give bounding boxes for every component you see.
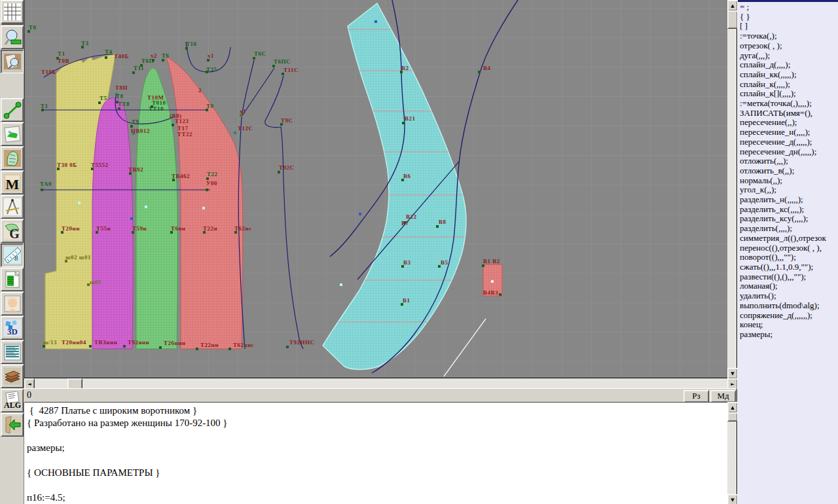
command-item[interactable]: сплайн_к[](,,,,); — [740, 89, 838, 99]
spec-table-tool[interactable] — [1, 268, 24, 291]
pattern-piece-tool[interactable] — [1, 147, 24, 170]
point-marker — [401, 303, 403, 306]
command-item[interactable]: сплайн_кк(,,,,,); — [740, 70, 838, 80]
command-item[interactable]: разделить(,,,,); — [740, 224, 838, 234]
rz-button[interactable]: Рз — [683, 390, 709, 403]
canvas-label: Т22н — [203, 226, 217, 232]
alg-editor-tool[interactable]: ALG — [1, 389, 24, 412]
point-marker — [123, 345, 126, 348]
command-item[interactable]: ломаная(); — [740, 281, 838, 291]
library-tool[interactable] — [1, 365, 24, 388]
command-item[interactable]: отложить(,,,); — [740, 156, 838, 166]
canvas-label: Т22 — [207, 171, 218, 177]
command-item[interactable]: удалить(); — [740, 291, 838, 301]
command-item[interactable]: сжать((),,,1.1,0.9,""); — [740, 262, 838, 272]
canvas-label: Т6П — [141, 58, 154, 64]
command-list: = ;{ }[ ]:=точка(,);отрезок( , );дуга(,,… — [740, 3, 838, 340]
canvas-label: ш02 ш01 — [65, 255, 91, 261]
command-item[interactable]: отложить_в(,,); — [740, 166, 838, 176]
portrait-tool[interactable] — [1, 292, 24, 315]
command-item[interactable]: пересечение_д(,,,,,); — [740, 137, 838, 147]
command-item[interactable]: поворот((),,,""); — [740, 253, 838, 262]
command-item[interactable]: разделить_кс(,,,,); — [740, 205, 838, 215]
command-item[interactable]: дуга(,,,); — [740, 51, 838, 61]
command-item[interactable]: сплайн_к(,,,,); — [740, 80, 838, 90]
drafting-tool[interactable] — [1, 195, 24, 219]
canvas-label: Т35 — [206, 67, 217, 73]
point-marker — [159, 346, 162, 349]
compass-icon — [3, 198, 22, 216]
point-marker — [240, 114, 242, 117]
canvas-label: В1 В2 — [483, 259, 500, 264]
command-item[interactable]: выполнить(dmod\alg); — [740, 301, 838, 311]
canvas-label: х1 — [240, 109, 246, 115]
command-item[interactable]: :=метка(точка(,),,,,); — [740, 99, 838, 109]
m-tool[interactable]: M — [1, 171, 24, 194]
exit-tool[interactable] — [1, 413, 24, 437]
zoom-frame-tool[interactable] — [1, 26, 24, 49]
command-item[interactable]: развести((),(),,,""); — [740, 272, 838, 282]
command-item[interactable]: разделить_н(,,,,,); — [740, 195, 838, 205]
svg-text:M: M — [5, 176, 19, 192]
scroll-up-button[interactable]: ▲ — [727, 0, 738, 11]
command-item[interactable]: пересечение_дн(,,,,,); — [740, 147, 838, 157]
scroll-down-button[interactable]: ▼ — [727, 368, 738, 379]
command-item[interactable]: пересечение_н(,,,,); — [740, 128, 838, 137]
md-button[interactable]: Мд — [710, 390, 736, 403]
point-marker — [359, 213, 361, 215]
canvas-label: Т0 — [206, 103, 214, 109]
command-item[interactable]: = ; — [740, 3, 838, 12]
canvas-vscrollbar[interactable]: ▲ ▼ — [727, 0, 737, 378]
point-marker — [340, 283, 342, 286]
command-item[interactable]: отрезок( , ); — [740, 41, 838, 51]
canvas-label: Т1 — [58, 51, 65, 57]
command-item[interactable]: сплайн_д(,,,,); — [740, 60, 838, 70]
command-item[interactable]: угол_к(,,); — [740, 185, 838, 195]
canvas-label: Т5 — [100, 96, 107, 101]
m-letter-icon: M — [3, 173, 22, 192]
command-item[interactable]: конец; — [740, 320, 838, 330]
canvas-label: Т16 — [186, 41, 197, 47]
point-marker — [43, 345, 45, 348]
command-item[interactable]: :=точка(,); — [740, 31, 838, 41]
command-item[interactable]: разделить_ксу(,,,,); — [740, 214, 838, 224]
g-tool[interactable]: G — [1, 219, 24, 243]
command-item[interactable]: нормаль(,,); — [740, 176, 838, 186]
command-item[interactable]: сопряжение_д(,,,,,,); — [740, 311, 838, 321]
vscroll-thumb[interactable] — [727, 10, 738, 29]
image-tool[interactable] — [1, 122, 24, 146]
view-sketch-tool[interactable] — [1, 50, 24, 73]
grid-icon — [3, 3, 22, 21]
editor-scroll-up-button[interactable]: ▲ — [727, 402, 738, 413]
canvas-label: У00 — [206, 181, 217, 187]
command-item[interactable]: симметрия_л((),отрезок — [740, 234, 838, 243]
editor-vscroll-thumb[interactable] — [727, 412, 738, 422]
canvas-hscrollbar[interactable]: ◄ ► — [24, 378, 737, 388]
size-list-tool[interactable] — [1, 340, 24, 364]
canvas-label: Т8Н — [115, 85, 128, 91]
editor-vscrollbar[interactable]: ▲ ▼ — [727, 402, 737, 504]
command-item[interactable]: размеры; — [740, 330, 838, 340]
command-item[interactable]: перенос((),отрезок( , ), — [740, 243, 838, 253]
svg-text:G: G — [9, 226, 20, 240]
editor-line: { Разработано на размер женщины 170-92-1… — [27, 417, 727, 429]
canvas-label: Т92ННС — [289, 340, 315, 346]
drawing-canvas[interactable]: Т0Т3Т1Т0ВТ4Т40Бх2Т6Т16х1Т35Т6СТ6ПСТ11СТ1… — [24, 0, 728, 378]
command-item[interactable]: пересечение(,,); — [740, 118, 838, 128]
segment-tool[interactable] — [1, 98, 24, 122]
3d-tool[interactable]: 3D — [1, 316, 24, 340]
canvas-label: ТВЗннн — [94, 340, 117, 346]
point-marker — [499, 293, 501, 296]
canvas-label: В7 — [401, 221, 409, 226]
ruler-tool[interactable]: 8 — [1, 243, 24, 267]
point-marker — [96, 231, 98, 234]
grid-tool[interactable] — [1, 0, 24, 24]
algorithm-editor[interactable]: { 4287 Платье с широким воротником }{ Ра… — [24, 402, 727, 504]
editor-scroll-down-button[interactable]: ▼ — [727, 494, 738, 504]
command-item[interactable]: { } — [740, 12, 838, 22]
point-marker — [280, 123, 283, 126]
command-item[interactable]: ЗАПИСАТЬ(имя=(), — [740, 109, 838, 118]
point-marker — [162, 59, 164, 62]
canvas-label: Т26ннн — [164, 340, 186, 346]
command-item[interactable]: [ ] — [740, 22, 838, 31]
